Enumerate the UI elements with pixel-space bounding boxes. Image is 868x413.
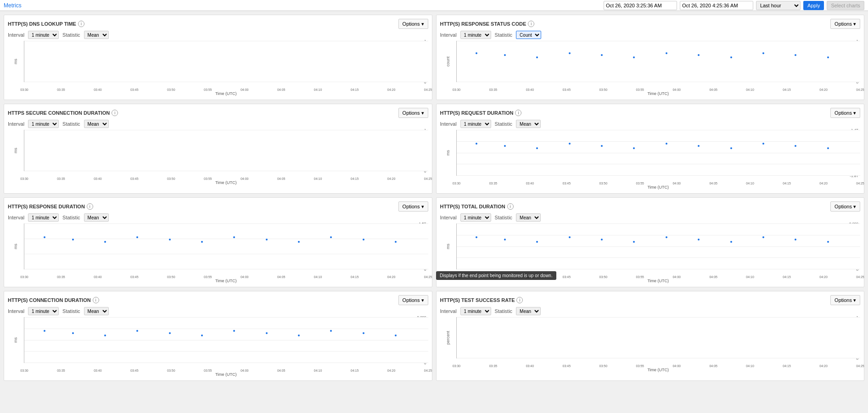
data-dot xyxy=(72,239,74,240)
data-dot xyxy=(795,145,796,147)
interval-select[interactable]: 1 minute xyxy=(28,31,59,39)
options-button[interactable]: Options ▾ xyxy=(830,295,860,305)
info-icon[interactable]: i xyxy=(78,21,84,27)
x-tick: 03:45 xyxy=(130,275,139,279)
x-tick: 04:15 xyxy=(783,364,791,368)
statistic-select[interactable]: Mean xyxy=(84,120,109,128)
x-tick: 04:10 xyxy=(314,275,322,279)
x-tick: 03:45 xyxy=(563,88,571,91)
info-icon[interactable]: i xyxy=(87,203,93,210)
chart-header: HTTPS SECURE CONNECTION DURATION i Optio… xyxy=(8,108,428,118)
data-dot xyxy=(363,332,364,334)
info-icon[interactable]: i xyxy=(112,110,118,116)
data-dot xyxy=(233,236,235,238)
date-from-input[interactable] xyxy=(604,1,677,10)
chart-controls: Interval 1 minute Statistic Mean xyxy=(440,120,861,128)
data-dot xyxy=(136,236,138,238)
chart-panel-https-secure-connection-duration: HTTPS SECURE CONNECTION DURATION i Optio… xyxy=(4,104,432,194)
chart-controls: Interval 1 minute Statistic Count xyxy=(440,31,861,39)
x-tick: 04:10 xyxy=(314,369,322,372)
chart-header: HTTP(S) RESPONSE STATUS CODE i Options ▾ xyxy=(440,19,861,29)
x-tick: 03:30 xyxy=(20,275,28,279)
chart-header: HTTP(S) TEST SUCCESS RATE i Options ▾ xyxy=(440,295,861,305)
options-button[interactable]: Options ▾ xyxy=(398,108,428,118)
chart-header: HTTP(S) REQUEST DURATION i Options ▾ xyxy=(440,108,861,118)
options-button[interactable]: Options ▾ xyxy=(830,201,860,212)
interval-label: Interval xyxy=(8,32,24,38)
options-button[interactable]: Options ▾ xyxy=(830,19,860,29)
statistic-label: Statistic xyxy=(495,121,513,127)
statistic-label: Statistic xyxy=(495,308,513,314)
statistic-label: Statistic xyxy=(62,308,80,314)
x-tick: 04:10 xyxy=(314,88,322,91)
x-tick: 03:30 xyxy=(20,177,28,180)
options-button[interactable]: Options ▾ xyxy=(398,295,428,305)
info-icon[interactable]: i xyxy=(528,21,534,27)
x-tick: 04:15 xyxy=(783,275,791,279)
x-tick: 04:05 xyxy=(277,88,286,91)
grid-line xyxy=(24,223,428,224)
x-tick: 03:55 xyxy=(204,177,212,180)
x-axis-title: Time (UTC) xyxy=(24,91,428,96)
statistic-select[interactable]: Mean xyxy=(516,120,541,128)
data-dot xyxy=(169,332,171,334)
info-icon[interactable]: i xyxy=(93,297,99,303)
grid-line xyxy=(457,246,861,247)
grid-line xyxy=(24,317,428,318)
x-tick: 03:30 xyxy=(453,88,461,91)
grid-line xyxy=(457,164,861,164)
statistic-select[interactable]: Mean xyxy=(516,307,541,315)
select-charts-button[interactable]: Select charts xyxy=(827,1,864,10)
data-dot xyxy=(169,239,171,240)
x-tick: 03:30 xyxy=(453,364,461,368)
grid-line xyxy=(457,41,861,41)
statistic-select[interactable]: Mean xyxy=(84,213,109,222)
x-tick: 03:55 xyxy=(636,275,644,279)
options-button[interactable]: Options ▾ xyxy=(830,108,860,118)
metrics-link[interactable]: Metrics xyxy=(4,2,22,9)
statistic-select[interactable]: Mean xyxy=(516,213,541,222)
interval-select[interactable]: 1 minute xyxy=(460,307,491,315)
x-tick: 03:55 xyxy=(204,88,212,91)
data-dot xyxy=(330,330,332,332)
x-tick: 04:20 xyxy=(819,88,828,91)
x-tick: 03:50 xyxy=(167,88,175,91)
interval-select[interactable]: 1 minute xyxy=(28,120,59,128)
options-button[interactable]: Options ▾ xyxy=(398,201,428,212)
grid-line xyxy=(457,235,861,235)
data-dot xyxy=(44,330,45,332)
chart-title: HTTP(S) RESPONSE STATUS CODE xyxy=(440,21,526,27)
date-to-input[interactable] xyxy=(680,1,753,10)
interval-select[interactable]: 1 minute xyxy=(460,120,491,128)
x-tick: 04:10 xyxy=(746,182,754,185)
x-tick: 04:00 xyxy=(672,182,681,185)
x-axis-title: Time (UTC) xyxy=(24,372,428,377)
x-tick: 04:05 xyxy=(709,182,717,185)
chart-title: HTTP(S) TEST SUCCESS RATE xyxy=(440,297,515,303)
info-icon[interactable]: i xyxy=(507,203,514,210)
options-button[interactable]: Options ▾ xyxy=(398,19,428,29)
chart-area: 03:3003:3503:4003:4503:5003:5504:0004:05… xyxy=(456,41,861,82)
interval-select[interactable]: Last hour Last 3 hours Last 24 hours xyxy=(756,1,801,10)
statistic-select[interactable]: Mean xyxy=(84,307,109,315)
statistic-select[interactable]: Mean xyxy=(84,31,109,39)
data-dot xyxy=(536,56,538,58)
x-tick: 03:50 xyxy=(599,275,608,279)
interval-select[interactable]: 1 minute xyxy=(28,213,59,222)
interval-select[interactable]: 1 minute xyxy=(460,213,491,222)
interval-select[interactable]: 1 minute xyxy=(28,307,59,315)
chart-panel-https-response-duration: HTTP(S) RESPONSE DURATION i Options ▾ In… xyxy=(4,197,432,287)
data-dot xyxy=(136,330,138,332)
x-tick: 03:30 xyxy=(453,182,461,185)
data-dot xyxy=(730,241,732,243)
info-icon[interactable]: i xyxy=(516,297,523,303)
data-dot xyxy=(633,147,635,149)
apply-button[interactable]: Apply xyxy=(803,1,824,10)
interval-select[interactable]: 1 minute xyxy=(460,31,491,39)
info-icon[interactable]: i xyxy=(515,110,521,116)
statistic-select[interactable]: Count xyxy=(516,31,541,39)
grid-line xyxy=(457,153,861,153)
x-tick: 03:50 xyxy=(167,369,175,372)
statistic-label: Statistic xyxy=(495,32,513,38)
x-tick: 04:00 xyxy=(241,275,249,279)
